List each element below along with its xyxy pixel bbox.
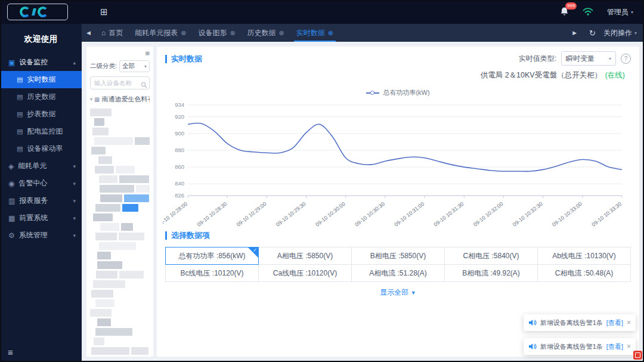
tabs-scroll-left-icon[interactable]: ◀ <box>82 30 95 36</box>
svg-text:09-10 10:29:00: 09-10 10:29:00 <box>236 201 268 228</box>
chevron-down-icon: ▼ <box>411 290 416 296</box>
help-icon[interactable]: ? <box>621 54 631 64</box>
data-item-cell[interactable]: Ca线电压 :10120(V) <box>259 265 352 282</box>
sidebar-item-report-service[interactable]: ▥ 报表服务 ▾ <box>0 192 82 209</box>
section-title: 实时数据 <box>171 54 202 64</box>
tab-energy-unit-report[interactable]: 能耗单元报表 ⊗ <box>129 24 192 42</box>
realtime-line-chart: 82684086088090092093409-10 10:28:0009-10… <box>163 99 631 228</box>
gear-icon: ⚙ <box>8 231 15 240</box>
svg-text:09-10 10:28:30: 09-10 10:28:30 <box>196 201 228 228</box>
notification-bell-icon[interactable]: 999 <box>560 7 569 18</box>
collapse-sidebar-icon[interactable]: ≡ <box>8 347 13 357</box>
document-icon: ▤ <box>17 145 23 153</box>
line-chart-svg: 82684086088090092093409-10 10:28:0009-10… <box>163 99 631 228</box>
category-select[interactable]: 全部 ▾ <box>119 60 150 72</box>
sidebar-item-energy-unit[interactable]: ◈ 能耗单元 ▾ <box>0 157 82 175</box>
sidebar-item-system-management[interactable]: ⚙ 系统管理 ▾ <box>0 227 82 244</box>
data-item-cell[interactable]: A相电压 :5850(V) <box>259 247 352 265</box>
user-menu[interactable]: 管理员 ▾ <box>607 7 633 17</box>
alarm-toast: 新增设备离线告警1条[查看] × <box>524 338 636 355</box>
sidebar-item-utilization-rate[interactable]: ▤ 设备稼动率 <box>0 140 82 157</box>
tabbar-right: ▶ ↻ 关闭操作 ▾ <box>568 28 644 38</box>
company-name: 南通迪爱生色料有限公... <box>101 95 150 104</box>
tabbar: ◀ ⌂ 首页 能耗单元报表 ⊗ 设备图形 ⊗ 历史数据 ⊗ 实时数据 ⊗ ▶ ↻… <box>82 24 644 42</box>
close-icon[interactable]: × <box>627 342 631 351</box>
chevron-down-icon: ▾ <box>73 233 76 239</box>
network-status-icon[interactable] <box>582 7 594 18</box>
realtime-data-panel: 实时数据 实时值类型: 瞬时变量 ▾ ? 供電局 2＆10KV受電盤（总开关柜）… <box>157 47 639 357</box>
chevron-down-icon: ▾ <box>73 215 76 221</box>
toast-text: 新增设备离线告警1条 <box>540 318 603 327</box>
sidebar-item-meter-data[interactable]: ▤ 抄表数据 <box>0 106 82 123</box>
tree-expander-icon[interactable]: ▾ <box>90 97 92 102</box>
chevron-down-icon: ▾ <box>609 56 611 61</box>
svg-text:09-10 10:32:00: 09-10 10:32:00 <box>472 201 504 228</box>
sidebar-item-alarm-center[interactable]: ◉ 告警中心 ▾ <box>0 175 82 192</box>
collapse-panel-icon[interactable]: ≡ <box>90 50 150 58</box>
data-item-cell[interactable]: C相电流 :50.48(A) <box>538 265 631 282</box>
close-tab-icon[interactable]: ⊗ <box>230 29 235 37</box>
apps-grid-icon[interactable]: ⊞ <box>100 7 108 17</box>
chevron-down-icon: ▾ <box>631 10 633 15</box>
close-tab-icon[interactable]: ⊗ <box>181 29 186 37</box>
data-items-table: 总有功功率 :856(kW) ✓ A相电压 :5850(V) B相电压 :585… <box>165 247 631 282</box>
brand-logo[interactable] <box>7 4 68 20</box>
sidebar: 欢迎使用 ▣ 设备监控 ▴ ▤ 实时数据 ▤ 历史数据 ▤ 抄表数据 ▤ 配电监… <box>0 24 82 362</box>
topbar-right: 999 管理员 ▾ <box>560 7 644 18</box>
show-all-button[interactable]: 显示全部 ▼ <box>157 287 639 298</box>
data-item-cell[interactable]: C相电压 :5840(V) <box>445 247 538 265</box>
tree-root-node[interactable]: ▾ ▦ 南通迪爱生色料有限公... <box>90 95 150 104</box>
close-tab-icon[interactable]: ⊗ <box>328 29 333 37</box>
home-icon: ⌂ <box>101 29 106 37</box>
tab-device-graphics[interactable]: 设备图形 ⊗ <box>192 24 241 42</box>
svg-text:09-10 10:33:30: 09-10 10:33:30 <box>590 201 623 228</box>
data-item-cell[interactable]: B相电流 :49.92(A) <box>445 265 538 282</box>
data-item-cell[interactable]: Bc线电压 :10120(V) <box>166 265 259 282</box>
sidebar-item-front-system[interactable]: ▦ 前置系统 ▾ <box>0 209 82 227</box>
chevron-down-icon: ▾ <box>73 181 76 187</box>
section-accent-bar <box>165 231 167 240</box>
sidebar-item-history-data[interactable]: ▤ 历史数据 <box>0 88 82 106</box>
censored-device-tree <box>90 109 150 355</box>
svg-text:826: 826 <box>175 192 184 199</box>
category-label: 二级分类: <box>90 62 117 70</box>
data-item-cell-selected[interactable]: 总有功功率 :856(kW) ✓ <box>166 247 259 265</box>
sidebar-item-distribution-monitor[interactable]: ▤ 配电监控图 <box>0 123 82 140</box>
tabs-scroll-right-icon[interactable]: ▶ <box>568 30 581 36</box>
search-icon <box>141 80 147 91</box>
toast-view-link[interactable]: [查看] <box>606 342 623 351</box>
section-accent-bar <box>165 55 167 63</box>
refresh-icon[interactable]: ↻ <box>589 29 596 38</box>
data-item-cell[interactable]: B相电压 :5850(V) <box>352 247 445 265</box>
value-type-select[interactable]: 瞬时变量 ▾ <box>561 51 616 66</box>
value-type-label: 实时值类型: <box>519 54 556 64</box>
toast-view-link[interactable]: [查看] <box>606 318 623 327</box>
close-operation-dropdown[interactable]: 关闭操作 ▾ <box>603 28 637 38</box>
device-tree-panel: ≡ 二级分类: 全部 ▾ ▾ ▦ 南通迪爱生色料有限公... <box>86 47 153 357</box>
floating-service-icon[interactable] <box>633 351 642 360</box>
chevron-down-icon: ▾ <box>73 198 76 204</box>
user-name: 管理员 <box>607 7 628 17</box>
legend-label: 总有功功率(kW) <box>383 88 429 97</box>
welcome-title: 欢迎使用 <box>0 24 82 54</box>
table-row: 总有功功率 :856(kW) ✓ A相电压 :5850(V) B相电压 :585… <box>166 247 631 265</box>
svg-text:09-10 10:33:00: 09-10 10:33:00 <box>551 201 583 228</box>
chart-legend[interactable]: 总有功功率(kW) <box>157 88 639 97</box>
svg-text:09-10 10:30:30: 09-10 10:30:30 <box>354 201 386 228</box>
tab-history-data[interactable]: 历史数据 ⊗ <box>242 24 290 42</box>
energy-unit-icon: ◈ <box>8 162 14 171</box>
svg-text:934: 934 <box>175 101 184 108</box>
tab-home[interactable]: ⌂ 首页 <box>95 24 129 42</box>
close-tab-icon[interactable]: ⊗ <box>279 29 284 37</box>
data-item-cell[interactable]: A相电流 :51.28(A) <box>352 265 445 282</box>
sidebar-item-device-monitor[interactable]: ▣ 设备监控 ▴ <box>0 54 82 71</box>
tab-realtime-data[interactable]: 实时数据 ⊗ <box>290 24 339 42</box>
wifi-icon <box>582 7 594 16</box>
chevron-down-icon: ▾ <box>144 64 147 69</box>
sidebar-item-realtime-data[interactable]: ▤ 实时数据 <box>0 71 82 88</box>
close-icon[interactable]: × <box>627 318 631 327</box>
svg-text:09-10 10:31:00: 09-10 10:31:00 <box>393 201 425 228</box>
data-item-cell[interactable]: Ab线电压 :10130(V) <box>538 247 631 265</box>
notification-badge: 999 <box>565 2 577 10</box>
svg-text:09-10 10:30:00: 09-10 10:30:00 <box>314 201 346 228</box>
